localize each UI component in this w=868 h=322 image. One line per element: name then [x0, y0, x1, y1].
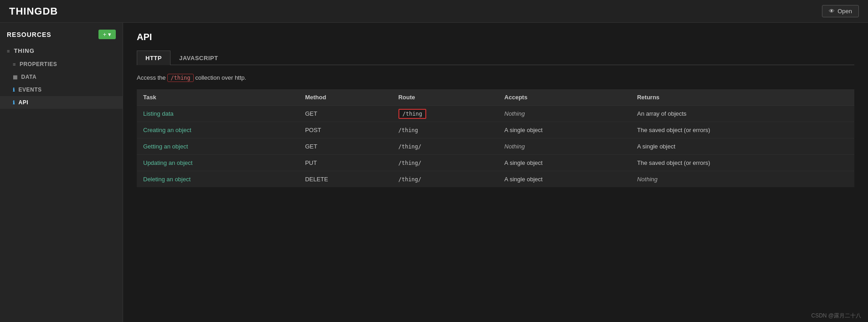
returns-cell: An array of objects — [630, 106, 854, 122]
col-accepts: Accepts — [498, 89, 630, 106]
header: THINGDB 👁 Open — [0, 0, 868, 23]
tab-http[interactable]: HTTP — [137, 51, 170, 65]
tabs: HTTP JAVASCRIPT — [137, 51, 854, 65]
table-header: Task Method Route Accepts Returns — [137, 89, 854, 106]
route-cell: /thing — [392, 122, 498, 138]
col-returns: Returns — [630, 89, 854, 106]
sidebar-section: ≡ THING ≡ PROPERTIES ▦ DATA ℹ EVENTS ℹ A… — [0, 44, 123, 109]
table-row: Deleting an objectDELETE/thing/A single … — [137, 171, 854, 188]
table-row: Getting an objectGET/thing/NothingA sing… — [137, 138, 854, 155]
sidebar-item-thing[interactable]: ≡ THING — [0, 44, 123, 58]
returns-cell: Nothing — [630, 171, 854, 188]
route-cell: /thing/ — [392, 171, 498, 188]
col-route: Route — [392, 89, 498, 106]
sidebar-item-data[interactable]: ▦ DATA — [0, 71, 123, 83]
footer-text: CSDN @露月二十八 — [811, 312, 861, 319]
footer: CSDN @露月二十八 — [804, 310, 868, 322]
layout: RESOURCES + ▾ ≡ THING ≡ PROPERTIES ▦ DAT… — [0, 23, 868, 322]
col-method: Method — [299, 89, 392, 106]
method-cell: DELETE — [299, 171, 392, 188]
task-link[interactable]: Creating an object — [143, 127, 191, 133]
list-icon: ≡ — [13, 61, 16, 67]
method-cell: PUT — [299, 155, 392, 171]
api-table: Task Method Route Accepts Returns Listin… — [137, 89, 854, 187]
route-badge: /thing — [398, 127, 418, 133]
accepts-cell: Nothing — [498, 106, 630, 122]
list-grid-icon: ≡ — [7, 48, 10, 54]
returns-cell: The saved object (or errors) — [630, 155, 854, 171]
main-content: API HTTP JAVASCRIPT Access the /thing co… — [123, 23, 868, 322]
info-circle-icon-2: ℹ — [13, 100, 15, 106]
method-cell: GET — [299, 106, 392, 122]
route-badge-highlighted: /thing — [398, 109, 426, 119]
eye-icon: 👁 — [829, 8, 835, 15]
table-row: Updating an objectPUT/thing/A single obj… — [137, 155, 854, 171]
route-badge: /thing/ — [398, 176, 422, 183]
api-description: Access the /thing collection over http. — [137, 74, 854, 81]
table-row: Listing dataGET/thingNothingAn array of … — [137, 106, 854, 122]
accepts-cell: A single object — [498, 122, 630, 138]
accepts-cell: A single object — [498, 155, 630, 171]
sidebar-resources-header: RESOURCES + ▾ — [0, 30, 123, 44]
app-title: THINGDB — [9, 5, 58, 17]
sidebar-item-events[interactable]: ℹ EVENTS — [0, 83, 123, 96]
table-row: Creating an objectPOST/thingA single obj… — [137, 122, 854, 138]
table-icon: ▦ — [13, 74, 18, 80]
returns-cell: The saved object (or errors) — [630, 122, 854, 138]
route-cell: /thing/ — [392, 138, 498, 155]
task-link[interactable]: Updating an object — [143, 159, 192, 166]
accepts-cell: Nothing — [498, 138, 630, 155]
method-cell: POST — [299, 122, 392, 138]
open-button[interactable]: 👁 Open — [822, 5, 859, 17]
method-cell: GET — [299, 138, 392, 155]
info-circle-icon: ℹ — [13, 87, 15, 93]
add-resource-button[interactable]: + ▾ — [98, 30, 116, 39]
table-body: Listing dataGET/thingNothingAn array of … — [137, 106, 854, 188]
route-badge: /thing/ — [398, 160, 422, 166]
returns-cell: A single object — [630, 138, 854, 155]
task-link[interactable]: Getting an object — [143, 143, 188, 150]
sidebar: RESOURCES + ▾ ≡ THING ≡ PROPERTIES ▦ DAT… — [0, 23, 123, 322]
route-badge: /thing/ — [398, 143, 422, 150]
task-link[interactable]: Listing data — [143, 110, 174, 117]
collection-code-badge: /thing — [167, 74, 193, 82]
sidebar-item-api[interactable]: ℹ API — [0, 96, 123, 109]
route-cell: /thing/ — [392, 155, 498, 171]
task-link[interactable]: Deleting an object — [143, 176, 191, 183]
route-cell: /thing — [392, 106, 498, 122]
resources-label: RESOURCES — [7, 31, 52, 38]
tab-javascript[interactable]: JAVASCRIPT — [170, 51, 227, 65]
page-title: API — [137, 32, 854, 42]
accepts-cell: A single object — [498, 171, 630, 188]
sidebar-item-properties[interactable]: ≡ PROPERTIES — [0, 58, 123, 71]
col-task: Task — [137, 89, 299, 106]
thing-label: THING — [14, 47, 34, 54]
